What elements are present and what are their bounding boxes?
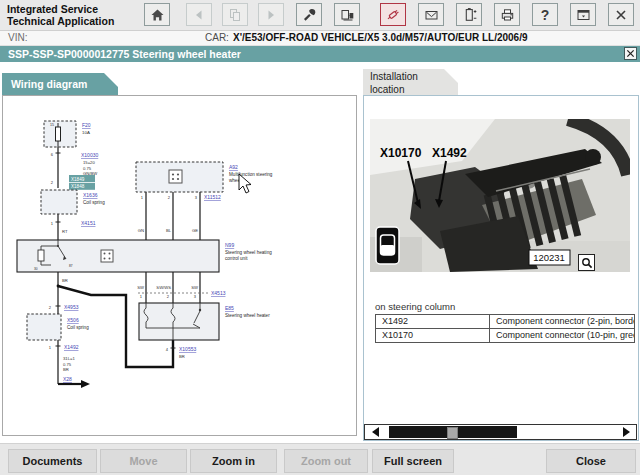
heater-ref-link[interactable]: E85 <box>225 305 234 311</box>
help-button[interactable]: ? <box>532 3 558 26</box>
connector-plug-icon <box>386 7 401 22</box>
print-button[interactable] <box>494 3 520 26</box>
coil-spring-box-lower <box>27 314 61 340</box>
coil-spring-upper-link[interactable]: X1636 <box>83 192 98 198</box>
pin-number: 1 <box>49 345 52 350</box>
highlight-connector-1[interactable]: X1849 <box>71 177 85 182</box>
workshop-tools-button[interactable] <box>296 3 322 26</box>
coil-spring-lower-link[interactable]: X506 <box>67 317 79 323</box>
pin-number: 2 <box>51 180 54 185</box>
mail-button[interactable] <box>418 3 444 26</box>
copy-document-icon <box>228 8 242 22</box>
horizontal-scrollbar[interactable] <box>364 424 637 440</box>
svg-text:31L=1: 31L=1 <box>63 356 75 361</box>
photo-label-x10170: X10170 <box>380 146 422 160</box>
battery-button[interactable] <box>456 3 482 26</box>
mail-icon <box>424 8 439 22</box>
search-highlighted-connectors[interactable]: X1849 X1848 <box>69 175 95 190</box>
document-title-bar: SSP-SSP-SP0000012775 Steering wheel heat… <box>0 46 640 62</box>
fuse-terminal-label: 15 <box>50 123 54 127</box>
window-minimize-icon <box>576 8 591 22</box>
wire-color-br2: BR <box>179 354 185 359</box>
car-position-icon <box>376 227 399 264</box>
pin-number: 1 <box>51 221 54 226</box>
pin-number: 2 <box>168 195 171 200</box>
heating-control-unit-box <box>17 240 219 272</box>
close-app-button[interactable] <box>608 3 634 26</box>
connector-link-x4151[interactable]: X4151 <box>81 220 96 226</box>
close-button[interactable]: Close <box>546 449 636 473</box>
image-number: 120231 <box>533 252 565 263</box>
diagnostic-device-icon <box>340 8 355 22</box>
copy-document-button <box>222 3 248 26</box>
connector-link-x11512[interactable]: X11512 <box>204 194 221 200</box>
scrollbar-track-filled[interactable] <box>389 426 517 438</box>
printer-icon <box>500 8 515 22</box>
wire-spec-1: 15=20 0.75 GN/BW <box>83 160 97 176</box>
steering-wheel-heater-box <box>139 303 219 340</box>
coil-spring-lower-name: Coil spring <box>67 325 89 330</box>
pin-number: 1 <box>141 195 144 200</box>
wire-junction <box>57 285 60 288</box>
ground-point-link[interactable]: X28 <box>63 376 72 382</box>
wire-color-sw1: SW <box>137 285 144 290</box>
move-button: Move <box>100 449 187 473</box>
connector-link-x4513[interactable]: X4513 <box>211 290 226 296</box>
wire-color-br: BR <box>62 278 68 283</box>
home-icon <box>150 8 165 22</box>
connector-link-x4953[interactable]: X4953 <box>64 304 79 310</box>
terminal-30-label: 30 <box>34 267 38 271</box>
table-row[interactable]: X10170 Component connector (10-pin, gree… <box>376 328 634 342</box>
documents-button[interactable]: Documents <box>8 449 97 473</box>
tab-wiring-diagram[interactable]: Wiring diagram <box>2 73 118 96</box>
zoom-in-button[interactable]: Zoom in <box>190 449 277 473</box>
control-unit-name-line1: Steering wheel heating <box>225 250 272 255</box>
back-button <box>186 3 212 26</box>
scroll-left-button[interactable] <box>365 425 383 439</box>
wire-color-rt: RT <box>62 229 68 234</box>
full-screen-button[interactable]: Full screen <box>372 449 454 473</box>
photo-zoom-button[interactable] <box>578 254 595 271</box>
connector-link-x1492[interactable]: X1492 <box>64 344 79 350</box>
help-icon: ? <box>541 7 550 23</box>
wrench-icon <box>302 7 317 22</box>
pin-number: 4 <box>166 347 169 352</box>
pin-number: 2 <box>167 294 170 299</box>
highlight-connector-2[interactable]: X1848 <box>71 184 85 189</box>
connector-link-x10553[interactable]: X10553 <box>179 346 196 352</box>
control-unit-ref-link[interactable]: N99 <box>225 242 234 248</box>
wire-color-swws: SW/WS <box>156 285 171 290</box>
document-close-button[interactable] <box>624 47 637 60</box>
close-icon <box>626 49 635 58</box>
pin-number: 6 <box>51 152 54 157</box>
battery-icon <box>462 7 477 22</box>
svg-text:0.75: 0.75 <box>63 362 72 367</box>
connector-table: X1492 Component connector (2-pin, bordea… <box>375 314 635 343</box>
table-row[interactable]: X1492 Component connector (2-pin, bordea… <box>376 315 634 328</box>
coil-spring-box-upper <box>41 190 77 214</box>
installation-location-photo: X10170 X1492 120231 <box>370 119 630 272</box>
tab-installation-location[interactable]: Installation location <box>363 69 458 96</box>
connector-link-x10030[interactable]: X10030 <box>81 152 98 158</box>
home-button[interactable] <box>144 3 170 26</box>
wiring-diagram: 15 F20 10A 6 X10030 15=20 0.75 GN/BW 2 X… <box>3 96 356 435</box>
window-minimize-button[interactable] <box>570 3 596 26</box>
mfsw-name-line1: Multifunction steering <box>229 172 273 177</box>
fuse-ref-link[interactable]: F20 <box>82 122 91 128</box>
left-arrow-icon <box>367 427 379 437</box>
scroll-right-button[interactable] <box>618 425 636 439</box>
scrollbar-thumb[interactable] <box>447 427 458 439</box>
wire-spec-2: 31L=1 0.75 BR <box>63 356 75 372</box>
connection-alert-button[interactable] <box>380 3 406 26</box>
fuse-box <box>44 121 76 147</box>
svg-text:BR: BR <box>63 367 69 372</box>
diagnostic-device-button[interactable] <box>334 3 360 26</box>
forward-arrow-icon <box>264 8 278 22</box>
mfsw-ref-link[interactable]: A92 <box>229 164 238 170</box>
back-arrow-icon <box>192 8 206 22</box>
terminal-87-label: 87 <box>69 264 73 268</box>
car-value: X'/E53/OFF-ROAD VEHICLE/X5 3.0d/M57/AUTO… <box>233 32 528 43</box>
svg-text:0.75: 0.75 <box>83 166 92 171</box>
wire-color-bl: BL <box>166 228 172 233</box>
image-number-box: 120231 <box>529 250 570 265</box>
